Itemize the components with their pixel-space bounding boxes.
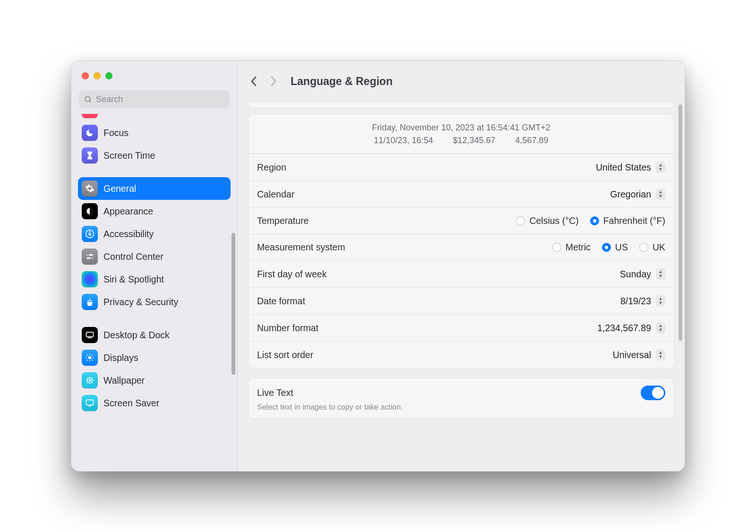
calendar-select[interactable]: Gregorian ▲▼ [610, 189, 665, 200]
search-input[interactable]: Search [79, 90, 230, 108]
temperature-label: Temperature [257, 215, 309, 226]
radio-label: Fahrenheit (°F) [603, 215, 665, 226]
first-day-label: First day of week [257, 269, 326, 280]
region-select[interactable]: United States ▲▼ [596, 162, 665, 173]
svg-point-22 [89, 382, 90, 384]
svg-point-8 [91, 257, 92, 259]
sidebar-item-desktop-dock[interactable]: Desktop & Dock [78, 324, 231, 346]
sidebar-item-screen-saver[interactable]: Screen Saver [78, 392, 231, 414]
screen-saver-icon [82, 395, 98, 411]
svg-line-18 [87, 360, 88, 360]
measurement-label: Measurement system [257, 242, 345, 253]
date-format-label: Date format [257, 296, 305, 307]
live-text-card: Live Text Select text in images to copy … [248, 378, 674, 419]
main-pane: Language & Region Friday, November 10, 2… [238, 61, 685, 471]
sidebar-item-sound[interactable]: Sound [78, 114, 231, 121]
sidebar: Search Sound Focus [71, 61, 238, 471]
svg-line-16 [87, 355, 88, 356]
date-format-select[interactable]: 8/19/23 ▲▼ [620, 295, 665, 307]
measurement-us-radio[interactable]: US [602, 242, 628, 253]
stepper-icon: ▲▼ [656, 268, 665, 280]
focus-icon [82, 125, 98, 141]
previous-section-card [248, 102, 674, 108]
region-row: Region United States ▲▼ [249, 154, 674, 180]
preview-long-date: Friday, November 10, 2023 at 16:54:41 GM… [254, 123, 668, 133]
desktop-dock-icon [82, 327, 98, 343]
preview-number: 4,567.89 [515, 136, 549, 146]
first-day-row: First day of week Sunday ▲▼ [249, 260, 674, 287]
main-header: Language & Region [238, 61, 685, 102]
measurement-metric-radio[interactable]: Metric [552, 242, 591, 253]
region-label: Region [257, 162, 286, 173]
svg-point-26 [91, 378, 93, 379]
live-text-toggle[interactable] [641, 386, 665, 400]
sidebar-item-wallpaper[interactable]: Wallpaper [78, 369, 231, 392]
calendar-value: Gregorian [610, 189, 651, 200]
sidebar-item-accessibility[interactable]: Accessibility [78, 223, 231, 245]
close-window-button[interactable] [82, 72, 89, 79]
svg-line-1 [89, 101, 91, 103]
number-format-label: Number format [257, 323, 318, 334]
preview-currency: $12,345.67 [453, 136, 495, 146]
region-settings-card: Friday, November 10, 2023 at 16:54:41 GM… [248, 114, 674, 369]
sidebar-item-displays[interactable]: Displays [78, 346, 231, 369]
sidebar-item-control-center[interactable]: Control Center [78, 245, 231, 268]
list-sort-select[interactable]: Universal ▲▼ [613, 349, 665, 360]
stepper-icon: ▲▼ [656, 189, 665, 200]
zoom-window-button[interactable] [105, 72, 112, 79]
svg-point-24 [92, 379, 93, 381]
radio-label: US [615, 242, 628, 253]
sidebar-item-siri-spotlight[interactable]: Siri & Spotlight [78, 268, 231, 291]
sidebar-item-label: Siri & Spotlight [103, 274, 164, 285]
stepper-icon: ▲▼ [656, 162, 665, 173]
sidebar-item-screen-time[interactable]: Screen Time [78, 144, 231, 167]
format-preview: Friday, November 10, 2023 at 16:54:41 GM… [249, 114, 674, 154]
sidebar-item-label: General [103, 183, 136, 194]
date-format-value: 8/19/23 [620, 296, 651, 307]
svg-point-20 [89, 379, 91, 382]
stepper-icon: ▲▼ [656, 322, 665, 334]
sidebar-item-label: Appearance [103, 206, 153, 217]
radio-label: UK [653, 242, 665, 253]
svg-rect-30 [89, 406, 91, 407]
live-text-subtitle: Select text in images to copy or take ac… [249, 403, 674, 418]
first-day-select[interactable]: Sunday ▲▼ [620, 268, 665, 280]
svg-point-11 [88, 356, 92, 360]
search-placeholder: Search [96, 94, 123, 104]
window-controls [71, 61, 237, 90]
main-scrollbar[interactable] [679, 104, 682, 341]
sidebar-item-privacy-security[interactable]: Privacy & Security [78, 291, 231, 313]
preview-short-date: 11/10/23, 16:54 [374, 136, 433, 146]
measurement-uk-radio[interactable]: UK [639, 242, 665, 253]
measurement-row: Measurement system Metric US UK [249, 234, 674, 260]
list-sort-label: List sort order [257, 350, 313, 360]
number-format-select[interactable]: 1,234,567.89 ▲▼ [597, 322, 665, 334]
svg-point-28 [91, 382, 93, 383]
screen-time-icon [82, 147, 98, 163]
radio-label: Celsius (°C) [529, 215, 578, 226]
sidebar-item-appearance[interactable]: Appearance [78, 200, 231, 223]
number-format-row: Number format 1,234,567.89 ▲▼ [249, 314, 674, 341]
control-center-icon [82, 249, 98, 265]
wallpaper-icon [82, 372, 98, 388]
region-value: United States [596, 162, 651, 173]
svg-line-17 [92, 360, 93, 360]
displays-icon [82, 350, 98, 366]
sidebar-item-label: Screen Saver [103, 398, 159, 409]
chevron-left-icon [250, 76, 257, 86]
minimize-window-button[interactable] [94, 72, 101, 79]
radio-icon [639, 243, 648, 252]
sidebar-item-label: Privacy & Security [103, 297, 178, 308]
forward-button[interactable] [268, 74, 279, 88]
sidebar-scrollbar[interactable] [232, 233, 235, 375]
privacy-icon [82, 294, 98, 310]
sidebar-item-focus[interactable]: Focus [78, 121, 231, 144]
sidebar-item-general[interactable]: General [78, 177, 231, 200]
temperature-fahrenheit-radio[interactable]: Fahrenheit (°F) [590, 215, 665, 226]
temperature-celsius-radio[interactable]: Celsius (°C) [516, 215, 578, 226]
list-sort-value: Universal [613, 350, 651, 360]
back-button[interactable] [248, 74, 259, 88]
calendar-label: Calendar [257, 189, 294, 200]
appearance-icon [82, 203, 98, 219]
general-icon [82, 180, 98, 197]
